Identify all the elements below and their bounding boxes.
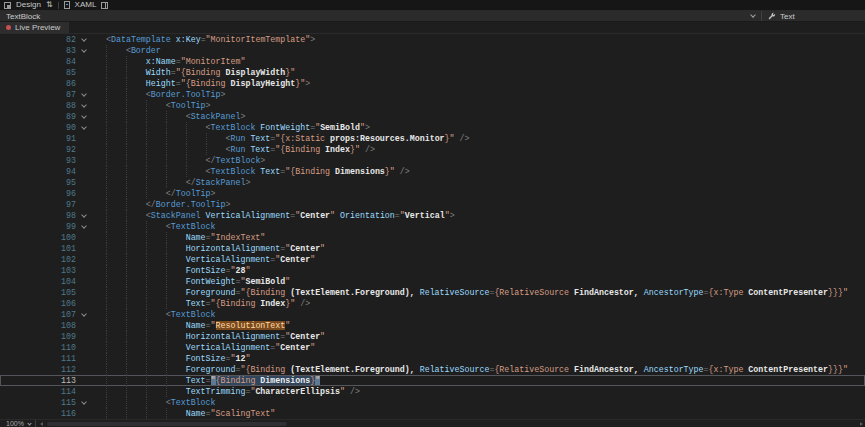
code-text[interactable]: </Border.ToolTip> — [92, 199, 865, 210]
fold-chevron-icon[interactable] — [81, 124, 87, 130]
line-number[interactable]: 105 — [0, 287, 76, 298]
code-text[interactable]: <Border — [92, 45, 865, 56]
code-text[interactable]: Width="{Binding DisplayWidth}" — [92, 67, 865, 78]
fold-gutter[interactable] — [76, 122, 92, 133]
code-line[interactable]: 82<DataTemplate x:Key="MonitorItemTempla… — [0, 34, 865, 45]
code-text[interactable]: <TextBlock — [92, 309, 865, 320]
fold-gutter[interactable] — [76, 45, 92, 56]
line-number[interactable]: 97 — [0, 199, 76, 210]
code-text[interactable]: Name="ScalingText" — [92, 408, 865, 419]
line-number[interactable]: 93 — [0, 155, 76, 166]
code-text[interactable]: VerticalAlignment="Center" — [92, 342, 865, 353]
line-number[interactable]: 98 — [0, 210, 76, 221]
code-text[interactable]: <TextBlock — [92, 221, 865, 232]
code-text[interactable]: </ToolTip> — [92, 188, 865, 199]
fold-chevron-icon[interactable] — [81, 399, 87, 405]
line-number[interactable]: 111 — [0, 353, 76, 364]
fold-gutter[interactable] — [76, 397, 92, 408]
code-text[interactable]: Height="{Binding DisplayHeight}"> — [92, 78, 865, 89]
code-text[interactable]: <DataTemplate x:Key="MonitorItemTemplate… — [92, 34, 865, 45]
line-number[interactable]: 107 — [0, 309, 76, 320]
code-line[interactable]: 92<Run Text="{Binding Index}" /> — [0, 144, 865, 155]
line-number[interactable]: 91 — [0, 133, 76, 144]
line-number[interactable]: 108 — [0, 320, 76, 331]
fold-gutter[interactable] — [76, 210, 92, 221]
code-line[interactable]: 99<TextBlock — [0, 221, 865, 232]
line-number[interactable]: 106 — [0, 298, 76, 309]
horizontal-scrollbar-thumb[interactable] — [47, 422, 287, 426]
code-text[interactable]: FontWeight="SemiBold" — [92, 276, 865, 287]
code-line[interactable]: 109HorizontalAlignment="Center" — [0, 331, 865, 342]
code-line[interactable]: 83<Border — [0, 45, 865, 56]
code-line[interactable]: 108Name="ResolutionText" — [0, 320, 865, 331]
tab-live-preview[interactable]: Live Preview — [0, 22, 69, 33]
line-number[interactable]: 113 — [0, 375, 76, 386]
code-text[interactable]: <TextBlock FontWeight="SemiBold"> — [92, 122, 865, 133]
xaml-editor[interactable]: 82<DataTemplate x:Key="MonitorItemTempla… — [0, 34, 865, 419]
code-line[interactable]: 112Foreground="{Binding (TextElement.For… — [0, 364, 865, 375]
code-text[interactable]: FontSize="12" — [92, 353, 865, 364]
code-line[interactable]: 104FontWeight="SemiBold" — [0, 276, 865, 287]
line-number[interactable]: 103 — [0, 265, 76, 276]
code-line[interactable]: 111FontSize="12" — [0, 353, 865, 364]
line-number[interactable]: 115 — [0, 397, 76, 408]
fold-chevron-icon[interactable] — [81, 223, 87, 229]
code-text[interactable]: VerticalAlignment="Center" — [92, 254, 865, 265]
scroll-right-icon[interactable] — [860, 422, 863, 426]
code-text[interactable]: <Run Text="{Binding Index}" /> — [92, 144, 865, 155]
code-line[interactable]: 84x:Name="MonitorItem" — [0, 56, 865, 67]
code-text[interactable]: Name="ResolutionText" — [92, 320, 865, 331]
line-number[interactable]: 100 — [0, 232, 76, 243]
code-line[interactable]: 107<TextBlock — [0, 309, 865, 320]
code-line[interactable]: 86Height="{Binding DisplayHeight}"> — [0, 78, 865, 89]
code-line[interactable]: 100Name="IndexText" — [0, 232, 865, 243]
code-line[interactable]: 87<Border.ToolTip> — [0, 89, 865, 100]
line-number[interactable]: 89 — [0, 111, 76, 122]
fold-chevron-icon[interactable] — [81, 47, 87, 53]
element-combobox[interactable]: TextBlock — [0, 11, 761, 21]
code-text[interactable]: <TextBlock Text="{Binding Dimensions}" /… — [92, 166, 865, 177]
fold-gutter[interactable] — [76, 34, 92, 45]
fold-gutter[interactable] — [76, 100, 92, 111]
zoom-level[interactable]: 100% — [6, 420, 24, 427]
line-number[interactable]: 114 — [0, 386, 76, 397]
code-line[interactable]: 105Foreground="{Binding (TextElement.For… — [0, 287, 865, 298]
code-line[interactable]: 114TextTrimming="CharacterEllipsis" /> — [0, 386, 865, 397]
property-combobox[interactable]: Text — [761, 11, 865, 21]
code-line[interactable]: 102VerticalAlignment="Center" — [0, 254, 865, 265]
chevron-down-icon[interactable] — [750, 12, 756, 18]
code-text[interactable]: <TextBlock — [92, 397, 865, 408]
code-line[interactable]: 110VerticalAlignment="Center" — [0, 342, 865, 353]
fold-chevron-icon[interactable] — [81, 113, 87, 119]
code-text[interactable]: <ToolTip> — [92, 100, 865, 111]
code-line[interactable]: 98<StackPanel VerticalAlignment="Center"… — [0, 210, 865, 221]
line-number[interactable]: 87 — [0, 89, 76, 100]
swap-panes-icon[interactable]: ⇅ — [46, 0, 53, 10]
scroll-left-icon[interactable] — [40, 422, 43, 426]
design-tab[interactable]: Design — [16, 0, 41, 10]
horizontal-scrollbar[interactable] — [47, 420, 865, 427]
code-text[interactable]: Foreground="{Binding (TextElement.Foregr… — [92, 364, 865, 375]
code-text[interactable]: x:Name="MonitorItem" — [92, 56, 865, 67]
code-line[interactable]: 116Name="ScalingText" — [0, 408, 865, 419]
line-number[interactable]: 86 — [0, 78, 76, 89]
line-number[interactable]: 92 — [0, 144, 76, 155]
code-line[interactable]: 94<TextBlock Text="{Binding Dimensions}"… — [0, 166, 865, 177]
code-text[interactable]: HorizontalAlignment="Center" — [92, 243, 865, 254]
code-line[interactable]: 106Text="{Binding Index}" /> — [0, 298, 865, 309]
fold-chevron-icon[interactable] — [81, 91, 87, 97]
code-line[interactable]: 88<ToolTip> — [0, 100, 865, 111]
fold-gutter[interactable] — [76, 221, 92, 232]
code-line[interactable]: 89<StackPanel> — [0, 111, 865, 122]
code-text[interactable]: HorizontalAlignment="Center" — [92, 331, 865, 342]
code-line[interactable]: 101HorizontalAlignment="Center" — [0, 243, 865, 254]
line-number[interactable]: 110 — [0, 342, 76, 353]
code-line[interactable]: 97</Border.ToolTip> — [0, 199, 865, 210]
code-text[interactable]: <StackPanel> — [92, 111, 865, 122]
code-text[interactable]: </TextBlock> — [92, 155, 865, 166]
code-line[interactable]: 113Text="{Binding Dimensions}" — [0, 375, 865, 386]
fold-gutter[interactable] — [76, 89, 92, 100]
line-number[interactable]: 101 — [0, 243, 76, 254]
line-number[interactable]: 94 — [0, 166, 76, 177]
line-number[interactable]: 90 — [0, 122, 76, 133]
